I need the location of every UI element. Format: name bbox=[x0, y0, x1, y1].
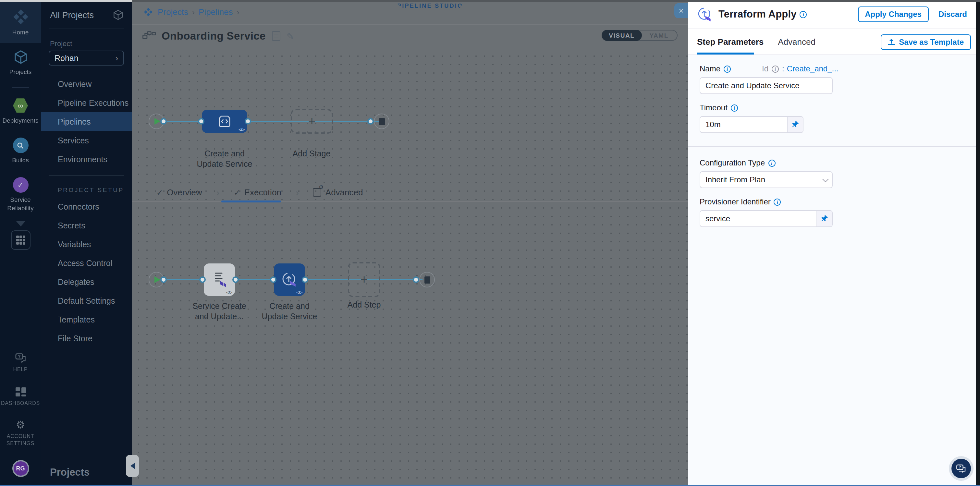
drawer-header: Terraform Apply i Apply Changes Discard bbox=[688, 0, 980, 29]
help-chat-icon: ? bbox=[956, 464, 966, 473]
sidebar-collapse-handle[interactable] bbox=[126, 455, 139, 477]
nav-account-settings[interactable]: ⚙ ACCOUNT SETTINGS bbox=[0, 413, 41, 454]
sidebar-item-templates[interactable]: Templates bbox=[41, 310, 132, 329]
configuration-type-label: Configuration Type bbox=[700, 158, 765, 167]
sidebar-item-pipeline-executions[interactable]: Pipeline Executions bbox=[41, 94, 132, 112]
user-avatar-item[interactable]: RG bbox=[0, 454, 41, 486]
rail-more-chevron-icon[interactable] bbox=[16, 221, 25, 226]
tab-overview[interactable]: ✓ Overview bbox=[156, 187, 202, 197]
notes-icon[interactable] bbox=[272, 31, 281, 41]
nav-dashboards[interactable]: DASHBOARDS bbox=[0, 380, 41, 414]
apply-changes-button[interactable]: Apply Changes bbox=[858, 6, 929, 22]
add-step-node[interactable]: + bbox=[348, 262, 380, 297]
chevron-down-icon bbox=[822, 176, 829, 182]
toggle-yaml[interactable]: YAML bbox=[641, 30, 677, 40]
info-icon[interactable]: i bbox=[731, 104, 738, 111]
stage-node-label[interactable]: Create and Update Service bbox=[195, 149, 254, 170]
breadcrumb-pipelines-link[interactable]: Pipelines bbox=[199, 7, 233, 17]
save-as-template-button[interactable]: Save as Template bbox=[881, 34, 971, 50]
step-node-service-create[interactable]: </> bbox=[204, 264, 235, 296]
info-icon[interactable]: i bbox=[800, 11, 807, 18]
nav-projects[interactable]: Projects bbox=[0, 43, 41, 83]
breadcrumb-projects-link[interactable]: Projects bbox=[158, 7, 188, 17]
timeout-field[interactable] bbox=[700, 117, 787, 132]
help-chat-widget[interactable]: ? bbox=[951, 459, 971, 478]
step-node-terraform-apply[interactable]: </> bbox=[274, 264, 305, 296]
sidebar-item-overview[interactable]: Overview bbox=[41, 75, 132, 94]
edge-joint[interactable] bbox=[232, 276, 239, 283]
id-label: Id bbox=[762, 64, 768, 73]
discard-button[interactable]: Discard bbox=[939, 10, 967, 19]
sidebar-item-services[interactable]: Services bbox=[41, 131, 132, 150]
pin-icon bbox=[821, 215, 829, 222]
play-icon bbox=[154, 276, 160, 283]
sidebar-item-access-control[interactable]: Access Control bbox=[41, 254, 132, 273]
pipeline-title-bar: Onboarding Service ✎ VISUAL YAML bbox=[132, 25, 688, 48]
chevron-right-icon: › bbox=[237, 8, 239, 17]
edge-joint[interactable] bbox=[198, 118, 204, 125]
stage-node-create-update-service[interactable]: </> bbox=[202, 110, 247, 133]
drawer-title: Terraform Apply bbox=[718, 8, 797, 20]
fixed-value-pin-button[interactable] bbox=[816, 211, 832, 226]
form-divider bbox=[688, 146, 980, 147]
fixed-value-pin-button[interactable] bbox=[787, 117, 803, 132]
tab-advanced[interactable]: Advanced bbox=[313, 187, 363, 197]
edge-joint[interactable] bbox=[302, 276, 308, 283]
module-grid-button[interactable] bbox=[11, 230, 30, 250]
edit-pencil-icon[interactable]: ✎ bbox=[286, 31, 294, 41]
name-field[interactable] bbox=[700, 77, 833, 94]
nav-builds[interactable]: Builds bbox=[0, 131, 41, 171]
sidebar-item-secrets[interactable]: Secrets bbox=[41, 216, 132, 235]
info-icon[interactable]: i bbox=[772, 65, 779, 72]
edge-joint[interactable] bbox=[245, 118, 251, 125]
add-stage-label[interactable]: Add Stage bbox=[282, 149, 341, 159]
tab-step-parameters[interactable]: Step Parameters bbox=[697, 37, 764, 47]
nav-deployments[interactable]: ∞ Deployments bbox=[0, 91, 41, 131]
window-scrollbar-track[interactable] bbox=[976, 0, 980, 486]
tab-execution[interactable]: ✓ Execution bbox=[234, 187, 282, 197]
sidebar-item-delegates[interactable]: Delegates bbox=[41, 273, 132, 291]
edge-joint[interactable] bbox=[199, 276, 206, 283]
stage-edge bbox=[163, 121, 383, 122]
sidebar-item-file-store[interactable]: File Store bbox=[41, 329, 132, 348]
chevron-right-icon: › bbox=[116, 54, 118, 63]
tab-drawer-advanced[interactable]: Advanced bbox=[778, 37, 816, 47]
sidebar-item-connectors[interactable]: Connectors bbox=[41, 197, 132, 216]
builds-icon bbox=[13, 138, 28, 153]
step-id-link[interactable]: Create_and_... bbox=[787, 64, 838, 73]
configuration-type-value: Inherit From Plan bbox=[705, 175, 765, 184]
add-step-label[interactable]: Add Step bbox=[335, 300, 393, 310]
project-selector[interactable]: Rohan › bbox=[49, 51, 124, 65]
edge-joint[interactable] bbox=[270, 276, 277, 283]
nav-home[interactable]: Home bbox=[0, 0, 41, 43]
toggle-visual[interactable]: VISUAL bbox=[601, 30, 641, 41]
timeout-field-group bbox=[700, 116, 803, 133]
edge-joint[interactable] bbox=[160, 118, 167, 125]
step-label[interactable]: Create and Update Service bbox=[260, 301, 319, 322]
close-drawer-button[interactable]: × bbox=[674, 3, 688, 18]
edge-joint[interactable] bbox=[160, 276, 167, 283]
info-icon[interactable]: i bbox=[724, 65, 731, 72]
pin-icon bbox=[791, 121, 799, 129]
info-icon[interactable]: i bbox=[774, 198, 781, 205]
sidebar-footer-title: Projects bbox=[50, 467, 89, 478]
sidebar-item-default-settings[interactable]: Default Settings bbox=[41, 291, 132, 310]
nav-help[interactable]: ? HELP bbox=[0, 347, 41, 380]
sidebar-item-environments[interactable]: Environments bbox=[41, 150, 132, 169]
custom-stage-icon bbox=[217, 115, 232, 128]
active-tab-underline bbox=[221, 200, 281, 202]
sidebar-item-pipelines[interactable]: Pipelines bbox=[41, 112, 132, 131]
provisioner-identifier-field[interactable] bbox=[700, 211, 816, 226]
edge-joint[interactable] bbox=[368, 118, 374, 125]
step-label[interactable]: Service Create and Update... bbox=[190, 301, 248, 322]
configuration-type-select[interactable]: Inherit From Plan bbox=[700, 171, 833, 188]
pipeline-end-node bbox=[374, 114, 390, 129]
nav-service-reliability[interactable]: ✓ Service Reliability bbox=[0, 171, 41, 219]
nav-account-settings-label: ACCOUNT SETTINGS bbox=[3, 434, 38, 447]
check-icon: ✓ bbox=[156, 188, 163, 197]
edge-joint[interactable] bbox=[413, 276, 419, 283]
sidebar-item-variables[interactable]: Variables bbox=[41, 235, 132, 254]
info-icon[interactable]: i bbox=[768, 159, 775, 167]
all-projects-label[interactable]: All Projects bbox=[50, 10, 94, 20]
add-stage-node[interactable]: + bbox=[291, 109, 333, 133]
